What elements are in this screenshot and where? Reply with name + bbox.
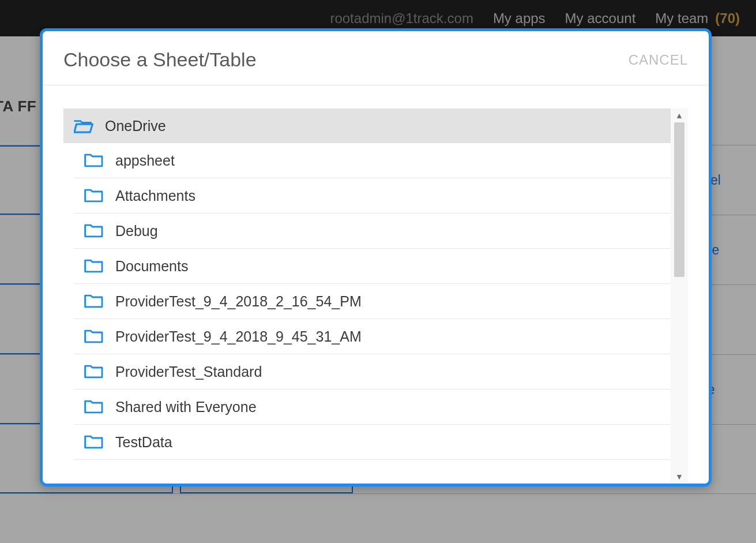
modal-body: OneDrive appsheet xyxy=(43,85,709,484)
folder-icon xyxy=(84,364,104,380)
tree-folder-item[interactable]: ProviderTest_9_4_2018_2_16_54_PM xyxy=(74,284,671,319)
tree-root-label: OneDrive xyxy=(105,118,166,134)
modal-title: Choose a Sheet/Table xyxy=(63,48,257,71)
tree-folder-item[interactable]: TestData xyxy=(74,425,671,460)
tree-folder-item[interactable]: Attachments xyxy=(74,178,671,214)
folder-icon xyxy=(84,293,104,309)
choose-sheet-modal: Choose a Sheet/Table CANCEL OneDrive xyxy=(40,28,712,486)
tree-item-label: Shared with Everyone xyxy=(115,399,257,415)
scroll-thumb[interactable] xyxy=(674,122,684,277)
folder-icon xyxy=(84,328,104,344)
folder-icon xyxy=(84,223,104,239)
tree-folder-item[interactable]: ProviderTest_9_4_2018_9_45_31_AM xyxy=(74,319,671,354)
folder-icon xyxy=(84,188,104,204)
tree-item-label: ProviderTest_Standard xyxy=(115,364,262,380)
scrollbar[interactable]: ▲ ▼ xyxy=(671,108,688,484)
tree-item-label: appsheet xyxy=(115,152,175,169)
tree-folder-item[interactable]: appsheet xyxy=(74,143,671,178)
tree-folder-item[interactable]: Debug xyxy=(74,214,671,249)
tree-root-onedrive[interactable]: OneDrive xyxy=(63,108,671,143)
cancel-button[interactable]: CANCEL xyxy=(629,52,688,68)
folder-icon xyxy=(84,399,104,415)
tree-item-label: ProviderTest_9_4_2018_9_45_31_AM xyxy=(115,328,362,345)
folder-icon xyxy=(84,258,104,274)
tree-folder-item[interactable]: ProviderTest_Standard xyxy=(74,354,671,390)
scroll-down-arrow[interactable]: ▼ xyxy=(671,470,688,484)
modal-header: Choose a Sheet/Table CANCEL xyxy=(43,31,709,85)
tree-item-label: ProviderTest_9_4_2018_2_16_54_PM xyxy=(115,293,362,310)
tree-item-label: Documents xyxy=(115,258,188,275)
scroll-up-arrow[interactable]: ▲ xyxy=(671,108,688,122)
folder-open-icon xyxy=(74,118,93,134)
tree-item-label: Attachments xyxy=(115,188,195,204)
folder-icon xyxy=(84,152,104,168)
folder-tree: OneDrive appsheet xyxy=(63,108,688,484)
tree-item-label: TestData xyxy=(115,434,172,451)
tree-folder-item[interactable]: Shared with Everyone xyxy=(74,390,671,425)
tree-folder-item[interactable]: Documents xyxy=(74,249,671,284)
folder-icon xyxy=(84,434,104,450)
tree-item-label: Debug xyxy=(115,223,158,239)
